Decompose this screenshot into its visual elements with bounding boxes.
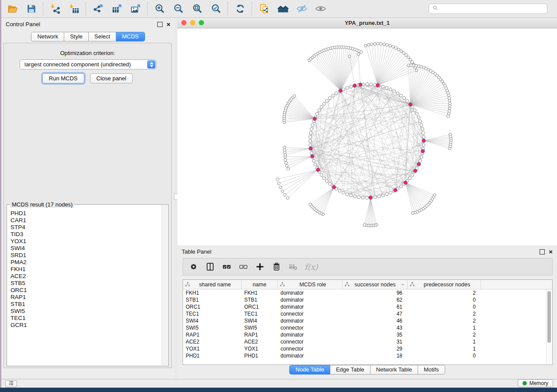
zoom-out-button[interactable]: [169, 1, 188, 16]
table-row[interactable]: PHD1PHD1dominator180: [183, 352, 552, 359]
column-header-shared-name[interactable]: shared name: [183, 280, 242, 289]
clone-network-button[interactable]: [255, 1, 273, 16]
select-all-button[interactable]: [221, 262, 232, 272]
search-box[interactable]: [429, 3, 547, 14]
table-cell: TEC1: [183, 310, 242, 317]
table-cell: 29: [343, 345, 408, 352]
mcds-result-item[interactable]: SWI5: [10, 308, 168, 315]
export-network-button[interactable]: [89, 1, 107, 16]
gear-icon: [189, 262, 198, 272]
run-mcds-button[interactable]: Run MCDS: [42, 73, 84, 83]
delete-row-icon: [272, 262, 281, 272]
home-view-button[interactable]: [273, 1, 292, 16]
table-row[interactable]: FKH1FKH1dominator962: [183, 289, 552, 296]
zoom-fit-button[interactable]: [188, 1, 207, 16]
search-input[interactable]: [441, 5, 544, 13]
mcds-result-item[interactable]: PHD1: [10, 210, 168, 217]
tab-style[interactable]: Style: [64, 32, 89, 41]
network-canvas[interactable]: [177, 28, 557, 245]
mcds-result-item[interactable]: ACE2: [10, 273, 168, 280]
toolbar-separator: [147, 2, 148, 15]
desktop-edge-bottom: [0, 388, 557, 392]
memory-button[interactable]: Memory: [518, 379, 553, 387]
tab-select[interactable]: Select: [89, 32, 116, 41]
function-icon: f(x): [304, 262, 318, 272]
table-cell: FKH1: [183, 289, 242, 296]
mcds-result-item[interactable]: STB1: [10, 301, 168, 308]
refresh-view-button[interactable]: [231, 1, 249, 16]
table-scrollbar[interactable]: [546, 289, 552, 364]
tab-mcds[interactable]: MCDS: [116, 32, 145, 41]
table-row[interactable]: SWI5SWI5connector431: [183, 324, 552, 331]
close-panel-button[interactable]: Close panel: [90, 73, 133, 83]
table-cell: 62: [343, 296, 408, 303]
close-window-icon[interactable]: [181, 20, 187, 25]
tab-network-table[interactable]: Network Table: [370, 365, 418, 375]
table-cell: ACE2: [183, 338, 242, 345]
control-panel-title: Control Panel: [6, 21, 40, 28]
table-row[interactable]: YOX1YOX1connector291: [183, 345, 552, 352]
zoom-in-button[interactable]: [150, 1, 169, 16]
mcds-result-item[interactable]: RAP1: [10, 294, 168, 301]
columns-button[interactable]: [205, 262, 215, 272]
table-cell: 2: [408, 331, 481, 338]
show-all-button[interactable]: [311, 1, 330, 16]
save-session-button[interactable]: [22, 1, 41, 16]
zoom-selected-button[interactable]: [207, 1, 225, 16]
export-image-button[interactable]: [126, 1, 145, 16]
mcds-result-item[interactable]: YOX1: [10, 238, 168, 245]
optimization-criterion-dropdown[interactable]: largest connected component (undirected): [20, 59, 156, 69]
float-window-icon[interactable]: [157, 22, 163, 27]
column-header-name[interactable]: name: [242, 280, 278, 289]
export-table-button[interactable]: [107, 1, 126, 16]
open-file-icon: [7, 3, 18, 14]
mcds-result-item[interactable]: SWI4: [10, 245, 168, 252]
add-row-button[interactable]: [255, 262, 265, 272]
table-row[interactable]: ACE2ACE2connector311: [183, 338, 552, 345]
import-table-button[interactable]: [65, 1, 83, 16]
table-row[interactable]: STB1STB1dominator620: [183, 296, 552, 303]
mcds-result-item[interactable]: GCR1: [10, 322, 168, 329]
column-header-predecessor-nodes[interactable]: predecessor nodes: [408, 280, 481, 289]
mcds-result-item[interactable]: FKH1: [10, 266, 168, 273]
column-header-MCDS-role[interactable]: MCDS role: [278, 280, 343, 289]
close-panel-icon[interactable]: ×: [166, 22, 170, 27]
open-file-button[interactable]: [3, 1, 22, 16]
mcds-result-item[interactable]: STB5: [10, 280, 168, 287]
close-table-panel-icon[interactable]: ×: [549, 250, 553, 254]
table-cell: PHD1: [183, 352, 242, 359]
mcds-result-item[interactable]: STP4: [10, 224, 168, 231]
tab-edge-table[interactable]: Edge Table: [330, 365, 370, 375]
show-all-icon: [315, 3, 326, 14]
table-row[interactable]: RAP1RAP1dominator352: [183, 331, 552, 338]
tab-node-table[interactable]: Node Table: [289, 365, 330, 375]
mcds-result-item[interactable]: SRD1: [10, 252, 168, 259]
mcds-result-item[interactable]: PMA2: [10, 259, 168, 266]
tab-network[interactable]: Network: [31, 32, 64, 41]
table-row[interactable]: TEC1TEC1connector472: [183, 310, 552, 317]
mcds-result-item[interactable]: ORC1: [10, 287, 168, 294]
maximize-window-icon[interactable]: [199, 20, 204, 25]
toolbar-separator: [228, 2, 228, 15]
show-panels-button[interactable]: [5, 380, 17, 387]
tab-motifs[interactable]: Motifs: [418, 365, 445, 375]
import-network-button[interactable]: [46, 1, 65, 16]
table-row[interactable]: ORC1ORC1dominator610: [183, 303, 552, 310]
mcds-result-item[interactable]: TEC1: [10, 315, 168, 322]
network-window-titlebar[interactable]: YPA_prune.txt_1: [177, 18, 557, 28]
mcds-result-item[interactable]: CAR1: [10, 217, 168, 224]
home-view-icon: [277, 3, 289, 14]
minimize-window-icon[interactable]: [190, 20, 195, 25]
gear-button[interactable]: [188, 262, 198, 272]
table-cell: dominator: [278, 352, 343, 359]
network-graph-svg[interactable]: [177, 28, 557, 245]
mcds-result-item[interactable]: TID3: [10, 231, 168, 238]
float-table-panel-icon[interactable]: [540, 249, 545, 254]
deselect-all-button[interactable]: [238, 262, 248, 272]
hide-selected-button[interactable]: [292, 1, 311, 16]
result-scrollbar[interactable]: [162, 205, 168, 365]
table-scrollbar-thumb[interactable]: [547, 291, 551, 343]
delete-row-button[interactable]: [271, 262, 281, 272]
table-row[interactable]: SWI4SWI4dominator462: [183, 317, 552, 324]
column-header-successor-nodes[interactable]: successor nodes: [343, 280, 408, 289]
